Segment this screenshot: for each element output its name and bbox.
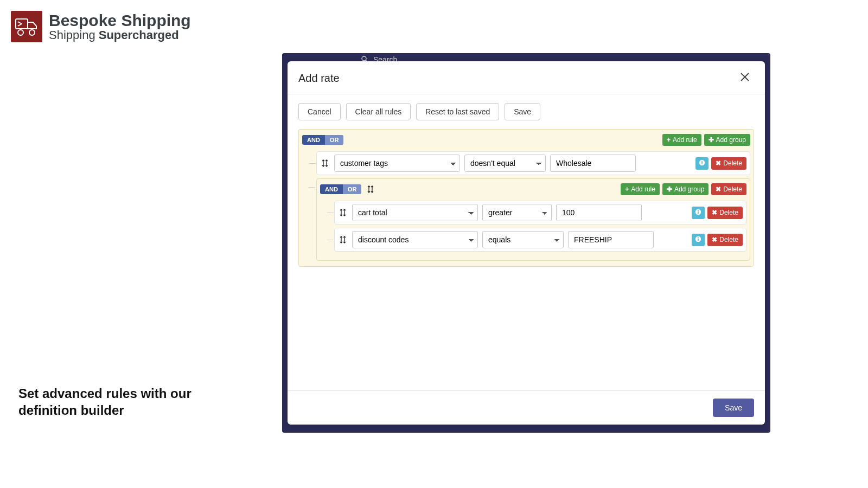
svg-rect-12 <box>698 211 699 214</box>
rules-list: customer tags doesn't equal <box>302 151 750 261</box>
brand-logo-icon <box>11 11 42 42</box>
drag-handle-icon[interactable] <box>338 208 348 217</box>
close-icon <box>740 71 750 85</box>
rule-field-select[interactable]: cart total <box>352 204 478 221</box>
rule-delete-button[interactable]: ✖ Delete <box>711 157 746 170</box>
modal-body: Cancel Clear all rules Reset to last sav… <box>288 94 765 390</box>
group-actions: + Add rule ✚ Add group <box>662 134 750 146</box>
add-group-button[interactable]: ✚ Add group <box>704 134 750 146</box>
plus-circle-icon: ✚ <box>667 186 672 192</box>
caption-text: Set advanced rules with our definition b… <box>18 385 246 419</box>
brand-text: Bespoke Shipping Shipping Supercharged <box>49 12 191 42</box>
add-group-button-nested[interactable]: ✚ Add group <box>662 183 709 195</box>
x-icon: ✖ <box>712 209 717 216</box>
add-rule-button[interactable]: + Add rule <box>662 134 701 146</box>
drag-handle-icon[interactable] <box>320 158 330 168</box>
svg-point-11 <box>698 210 699 211</box>
info-icon <box>699 159 705 168</box>
condition-and-nested[interactable]: AND <box>320 184 343 194</box>
rule-field-select[interactable]: discount codes <box>352 231 478 248</box>
save-button[interactable]: Save <box>505 103 540 120</box>
rule-actions: ✖ Delete <box>692 207 743 219</box>
rule-delete-button[interactable]: ✖ Delete <box>707 234 743 246</box>
condition-or[interactable]: OR <box>325 135 344 145</box>
modal-footer: Save <box>288 390 765 425</box>
rule-row: customer tags doesn't equal <box>316 151 750 175</box>
svg-point-8 <box>701 160 703 162</box>
brand-subtitle: Shipping Supercharged <box>49 29 191 41</box>
svg-point-14 <box>698 237 699 238</box>
rule-info-button[interactable] <box>692 234 705 246</box>
info-icon <box>695 236 701 244</box>
close-button[interactable] <box>736 70 754 86</box>
rule-value-input[interactable] <box>556 204 642 221</box>
plus-icon: + <box>667 137 671 143</box>
plus-circle-icon: ✚ <box>709 137 714 143</box>
nested-rules-list: cart total greater <box>320 201 746 252</box>
x-icon: ✖ <box>716 160 721 166</box>
svg-rect-9 <box>702 162 703 164</box>
rule-delete-button[interactable]: ✖ Delete <box>707 207 743 219</box>
x-icon: ✖ <box>716 186 721 192</box>
svg-point-3 <box>362 56 366 61</box>
modal-header: Add rate <box>288 61 765 94</box>
brand-header: Bespoke Shipping Shipping Supercharged <box>11 11 191 42</box>
info-icon <box>695 209 701 217</box>
modal-toolbar: Cancel Clear all rules Reset to last sav… <box>298 103 754 120</box>
rule-operator-select[interactable]: equals <box>482 231 564 248</box>
condition-or-nested[interactable]: OR <box>343 184 362 194</box>
rule-actions: ✖ Delete <box>695 157 746 170</box>
nested-group-header: AND OR + Add rule <box>320 182 746 197</box>
svg-point-2 <box>29 30 35 35</box>
svg-rect-15 <box>698 239 699 241</box>
rule-row: discount codes equals <box>334 228 746 252</box>
rule-field-select[interactable]: customer tags <box>334 155 460 172</box>
add-rate-modal: Add rate Cancel Clear all rules Reset to… <box>288 61 765 425</box>
rule-operator-select[interactable]: doesn't equal <box>464 155 546 172</box>
rule-group-outer: AND OR + Add rule ✚ Add group <box>298 129 754 267</box>
delete-group-button-nested[interactable]: ✖ Delete <box>711 183 746 195</box>
nested-group-box: AND OR + Add rule <box>316 178 750 261</box>
rule-operator-select[interactable]: greater <box>482 204 552 221</box>
condition-and[interactable]: AND <box>302 135 325 145</box>
clear-rules-button[interactable]: Clear all rules <box>346 103 411 120</box>
footer-save-button[interactable]: Save <box>713 399 754 417</box>
add-rule-button-nested[interactable]: + Add rule <box>621 183 660 195</box>
rule-row: cart total greater <box>334 201 746 224</box>
rule-group-nested: AND OR + Add rule <box>316 178 750 261</box>
x-icon: ✖ <box>712 236 717 243</box>
group-drag-handle-icon[interactable] <box>365 183 376 195</box>
plus-icon: + <box>625 186 629 192</box>
drag-handle-icon[interactable] <box>338 235 348 245</box>
condition-toggle: AND OR <box>302 135 343 145</box>
reset-button[interactable]: Reset to last saved <box>416 103 499 120</box>
rule-info-button[interactable] <box>695 157 709 170</box>
rule-value-input[interactable] <box>568 231 654 248</box>
rule-info-button[interactable] <box>692 207 705 219</box>
svg-point-1 <box>18 30 23 35</box>
rule-actions: ✖ Delete <box>692 234 743 246</box>
condition-toggle-nested: AND OR <box>320 184 361 194</box>
rule-value-input[interactable] <box>550 155 636 172</box>
brand-title: Bespoke Shipping <box>49 12 191 29</box>
cancel-button[interactable]: Cancel <box>298 103 341 120</box>
modal-title: Add rate <box>298 72 340 85</box>
group-header: AND OR + Add rule ✚ Add group <box>302 133 750 148</box>
nested-group-actions: + Add rule ✚ Add group ✖ Delete <box>621 183 746 195</box>
